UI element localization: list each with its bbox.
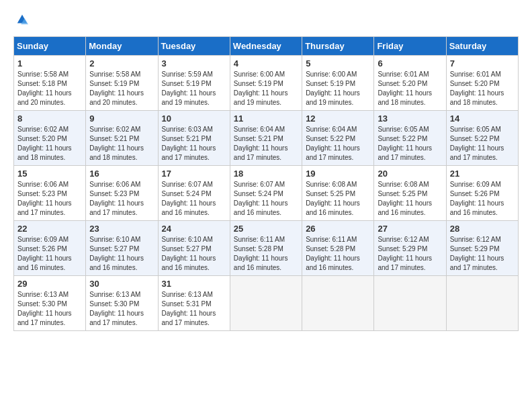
calendar-cell: 24Sunrise: 6:10 AMSunset: 5:27 PMDayligh… — [158, 221, 230, 276]
calendar-cell — [446, 276, 518, 331]
calendar-cell: 16Sunrise: 6:06 AMSunset: 5:23 PMDayligh… — [86, 166, 158, 221]
calendar-cell: 6Sunrise: 6:01 AMSunset: 5:20 PMDaylight… — [374, 56, 446, 111]
header-friday: Friday — [374, 37, 446, 56]
calendar-cell: 25Sunrise: 6:11 AMSunset: 5:28 PMDayligh… — [230, 221, 302, 276]
header-thursday: Thursday — [302, 37, 374, 56]
calendar-cell: 11Sunrise: 6:04 AMSunset: 5:21 PMDayligh… — [230, 111, 302, 166]
header-sunday: Sunday — [14, 37, 86, 56]
calendar-cell: 8Sunrise: 6:02 AMSunset: 5:20 PMDaylight… — [14, 111, 86, 166]
calendar-cell: 5Sunrise: 6:00 AMSunset: 5:19 PMDaylight… — [302, 56, 374, 111]
header-monday: Monday — [86, 37, 158, 56]
calendar-cell: 14Sunrise: 6:05 AMSunset: 5:22 PMDayligh… — [446, 111, 518, 166]
logo-icon — [16, 13, 28, 26]
calendar-cell: 7Sunrise: 6:01 AMSunset: 5:20 PMDaylight… — [446, 56, 518, 111]
header-saturday: Saturday — [446, 37, 518, 56]
calendar-cell: 1Sunrise: 5:58 AMSunset: 5:18 PMDaylight… — [14, 56, 86, 111]
calendar-cell: 26Sunrise: 6:11 AMSunset: 5:28 PMDayligh… — [302, 221, 374, 276]
calendar-cell: 15Sunrise: 6:06 AMSunset: 5:23 PMDayligh… — [14, 166, 86, 221]
week-row: 29Sunrise: 6:13 AMSunset: 5:30 PMDayligh… — [14, 276, 519, 331]
calendar-cell — [374, 276, 446, 331]
calendar-cell: 31Sunrise: 6:13 AMSunset: 5:31 PMDayligh… — [158, 276, 230, 331]
calendar-cell: 20Sunrise: 6:08 AMSunset: 5:25 PMDayligh… — [374, 166, 446, 221]
header-tuesday: Tuesday — [158, 37, 230, 56]
calendar-cell — [230, 276, 302, 331]
week-row: 8Sunrise: 6:02 AMSunset: 5:20 PMDaylight… — [14, 111, 519, 166]
week-row: 22Sunrise: 6:09 AMSunset: 5:26 PMDayligh… — [14, 221, 519, 276]
header-row: SundayMondayTuesdayWednesdayThursdayFrid… — [14, 37, 519, 56]
calendar-cell: 27Sunrise: 6:12 AMSunset: 5:29 PMDayligh… — [374, 221, 446, 276]
header-wednesday: Wednesday — [230, 37, 302, 56]
calendar-table: SundayMondayTuesdayWednesdayThursdayFrid… — [13, 36, 519, 331]
calendar-cell: 21Sunrise: 6:09 AMSunset: 5:26 PMDayligh… — [446, 166, 518, 221]
calendar-cell: 13Sunrise: 6:05 AMSunset: 5:22 PMDayligh… — [374, 111, 446, 166]
calendar-cell: 19Sunrise: 6:08 AMSunset: 5:25 PMDayligh… — [302, 166, 374, 221]
calendar-cell: 22Sunrise: 6:09 AMSunset: 5:26 PMDayligh… — [14, 221, 86, 276]
week-row: 1Sunrise: 5:58 AMSunset: 5:18 PMDaylight… — [14, 56, 519, 111]
calendar-cell: 12Sunrise: 6:04 AMSunset: 5:22 PMDayligh… — [302, 111, 374, 166]
calendar-cell: 18Sunrise: 6:07 AMSunset: 5:24 PMDayligh… — [230, 166, 302, 221]
page-header — [13, 13, 519, 26]
calendar-cell: 28Sunrise: 6:12 AMSunset: 5:29 PMDayligh… — [446, 221, 518, 276]
week-row: 15Sunrise: 6:06 AMSunset: 5:23 PMDayligh… — [14, 166, 519, 221]
calendar-cell: 2Sunrise: 5:58 AMSunset: 5:19 PMDaylight… — [86, 56, 158, 111]
logo — [13, 13, 28, 26]
calendar-cell: 9Sunrise: 6:02 AMSunset: 5:21 PMDaylight… — [86, 111, 158, 166]
calendar-cell: 10Sunrise: 6:03 AMSunset: 5:21 PMDayligh… — [158, 111, 230, 166]
calendar-cell: 3Sunrise: 5:59 AMSunset: 5:19 PMDaylight… — [158, 56, 230, 111]
calendar-cell: 23Sunrise: 6:10 AMSunset: 5:27 PMDayligh… — [86, 221, 158, 276]
calendar-cell: 4Sunrise: 6:00 AMSunset: 5:19 PMDaylight… — [230, 56, 302, 111]
calendar-cell — [302, 276, 374, 331]
calendar-cell: 17Sunrise: 6:07 AMSunset: 5:24 PMDayligh… — [158, 166, 230, 221]
calendar-cell: 30Sunrise: 6:13 AMSunset: 5:30 PMDayligh… — [86, 276, 158, 331]
calendar-cell: 29Sunrise: 6:13 AMSunset: 5:30 PMDayligh… — [14, 276, 86, 331]
